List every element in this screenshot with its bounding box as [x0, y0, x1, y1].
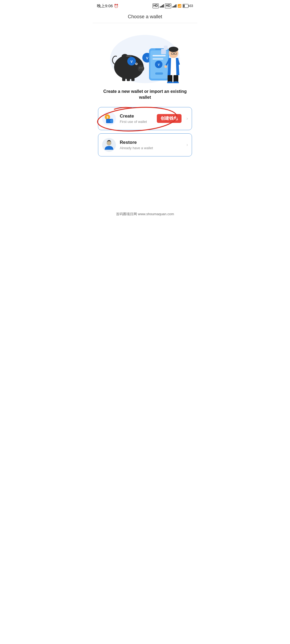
- illustration-container: V V V: [93, 23, 197, 85]
- svg-point-33: [164, 65, 167, 68]
- svg-rect-20: [153, 58, 163, 60]
- restore-card-title: Restore: [120, 140, 183, 145]
- cards-container: $ Create First use of wallet 创建钱包 ›: [93, 107, 197, 156]
- create-wallet-icon: $: [102, 112, 116, 126]
- svg-text:$: $: [107, 116, 108, 119]
- battery-percent: 33: [190, 4, 193, 8]
- create-card-arrow: ›: [186, 116, 188, 121]
- svg-text:V: V: [130, 60, 133, 64]
- bar2: [161, 6, 162, 8]
- create-card-subtitle: First use of wallet: [120, 120, 153, 124]
- restore-card-subtitle: Already have a wallet: [120, 146, 183, 150]
- svg-rect-11: [126, 56, 132, 57]
- alarm-icon: ⏰: [114, 4, 118, 8]
- signal-bars-1: [160, 4, 164, 8]
- battery-tip: [189, 5, 189, 7]
- svg-point-7: [136, 63, 137, 64]
- svg-rect-9: [127, 77, 130, 81]
- svg-rect-21: [155, 72, 163, 75]
- restore-wallet-card[interactable]: Restore Already have a wallet ›: [98, 133, 192, 156]
- signal-bars-2: [172, 4, 176, 8]
- wifi-icon: 📶: [177, 4, 182, 8]
- bar1: [160, 6, 161, 8]
- status-time: 晚上9:06 ⏰: [97, 3, 118, 9]
- page-title: Choose a wallet: [97, 14, 193, 20]
- hd-badge-2: HD: [165, 3, 171, 8]
- restore-card-text: Restore Already have a wallet: [120, 140, 183, 150]
- svg-point-2: [138, 65, 144, 72]
- svg-point-45: [107, 141, 111, 145]
- svg-point-4: [141, 67, 143, 69]
- hd-badge-1: HD: [153, 3, 159, 8]
- create-wallet-card[interactable]: $ Create First use of wallet 创建钱包 ›: [98, 107, 192, 130]
- time-text: 晚上9:06: [97, 3, 113, 8]
- svg-text:V: V: [146, 56, 148, 60]
- create-card-text: Create First use of wallet: [120, 114, 153, 124]
- restore-wallet-icon: [102, 138, 116, 152]
- bar4: [176, 4, 176, 8]
- bar4: [163, 4, 164, 8]
- bar2: [173, 6, 174, 8]
- svg-point-42: [111, 120, 113, 122]
- bar3: [175, 5, 175, 8]
- person-icon-svg: [102, 138, 116, 152]
- status-bar: 晚上9:06 ⏰ HD HD 📶 33: [93, 0, 197, 12]
- page-header: Choose a wallet: [93, 12, 197, 23]
- bar1: [172, 6, 173, 8]
- svg-rect-10: [131, 77, 135, 81]
- page-subtitle: Create a new wallet or import an existin…: [93, 85, 197, 107]
- svg-rect-35: [164, 46, 168, 50]
- wallet-illustration: V V V: [107, 30, 183, 83]
- status-icons: HD HD 📶 33: [153, 3, 193, 8]
- footer-watermark: 首码圈项目网 www.shoumaquan.com: [93, 207, 197, 221]
- create-badge: 创建钱包: [157, 114, 182, 123]
- svg-rect-19: [153, 55, 166, 56]
- bar3: [162, 5, 163, 8]
- wallet-icon-svg: $: [102, 112, 116, 126]
- create-card-title: Create: [120, 114, 153, 119]
- restore-card-arrow: ›: [186, 142, 188, 148]
- battery-fill: [183, 5, 185, 7]
- illustration-svg: V V V: [107, 30, 183, 83]
- svg-point-3: [139, 67, 141, 69]
- svg-rect-8: [122, 77, 125, 81]
- svg-text:V: V: [158, 63, 160, 66]
- battery-icon: [183, 4, 189, 8]
- svg-point-25: [169, 47, 178, 52]
